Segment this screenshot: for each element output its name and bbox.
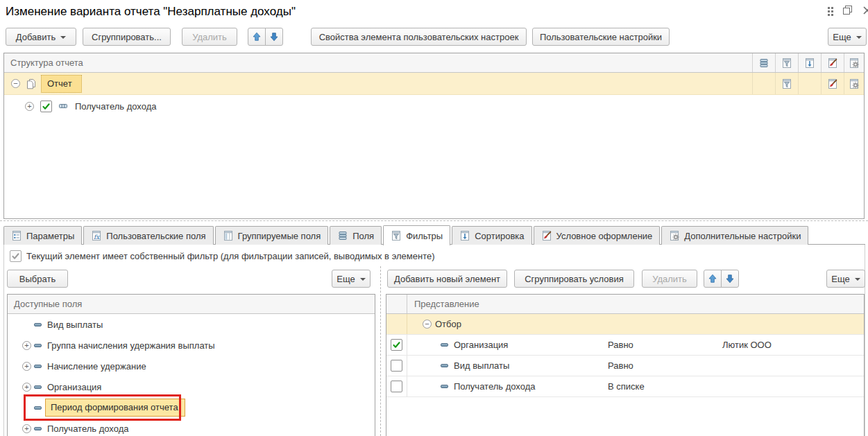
move-down-button[interactable]: [265, 28, 283, 46]
grouped-fields-icon: [752, 53, 775, 72]
delete-condition-button: Удалить: [642, 270, 697, 288]
structure-child-label: Получатель дохода: [75, 101, 156, 112]
condition-row-payment-type[interactable]: Вид выплаты Равно: [386, 356, 864, 376]
structure-panel-title: Структура отчета: [10, 58, 83, 68]
expand-icon[interactable]: [25, 102, 34, 111]
more-vertical-icon[interactable]: [828, 7, 833, 17]
additional-settings-icon: [844, 73, 864, 94]
tab-parameters[interactable]: Параметры: [3, 226, 82, 245]
tab-filters[interactable]: Фильтры: [383, 225, 450, 245]
arrow-down-icon: [269, 31, 280, 42]
expand-icon[interactable]: [22, 383, 31, 392]
close-icon[interactable]: [862, 6, 868, 17]
tab-conditional-appearance[interactable]: Условное оформление: [534, 226, 661, 245]
user-settings-item-properties-button[interactable]: Свойства элемента пользовательских настр…: [311, 28, 527, 46]
fields-icon: [337, 230, 348, 241]
filter-icon: [775, 73, 798, 94]
select-field-button[interactable]: Выбрать: [7, 270, 68, 288]
expand-icon[interactable]: [22, 362, 31, 371]
structure-row-income-recipient[interactable]: Получатель дохода: [4, 95, 864, 117]
add-new-element-button[interactable]: Добавить новый элемент: [387, 270, 507, 288]
check-icon: [42, 102, 51, 111]
toolbar-more-button[interactable]: Еще: [828, 28, 867, 46]
group-button[interactable]: Сгруппировать...: [83, 28, 171, 46]
field-dash-icon: [34, 323, 42, 326]
tab-sorting[interactable]: Сортировка: [452, 226, 531, 245]
move-up-button[interactable]: [248, 28, 266, 46]
grouping-grid-icon: [58, 101, 69, 112]
field-dash-icon: [441, 343, 448, 347]
condition-checkbox[interactable]: [391, 381, 402, 392]
condition-row-income-recipient[interactable]: Получатель дохода В списке: [386, 376, 864, 397]
tab-additional-settings[interactable]: Дополнительные настройки: [661, 226, 808, 245]
own-filter-checkbox: [10, 250, 22, 262]
expand-icon[interactable]: [22, 341, 31, 350]
check-icon: [11, 252, 20, 261]
expand-icon[interactable]: [22, 424, 31, 433]
chevron-down-icon: [856, 36, 862, 39]
condition-value: Лютик ООО: [722, 340, 772, 350]
condition-checkbox[interactable]: [391, 360, 402, 372]
conditions-panel: Представление Отбор Организация Равно Лю…: [386, 294, 865, 436]
delete-button: Удалить: [182, 28, 237, 46]
field-row-accrual-deduction[interactable]: Начисление удержание: [8, 356, 375, 376]
report-doc-icon: [26, 78, 37, 89]
available-fields-panel: Доступные поля Вид выплаты Группа начисл…: [7, 294, 375, 436]
additional-settings-icon: [844, 53, 864, 72]
field-dash-icon: [34, 427, 42, 430]
field-row-report-period[interactable]: Период формирования отчета: [8, 397, 375, 418]
horizontal-splitter[interactable]: [0, 220, 868, 221]
group-row-label: Отбор: [435, 319, 461, 329]
condition-row-organization[interactable]: Организация Равно Лютик ООО: [386, 335, 864, 356]
condition-move-down-button[interactable]: [721, 270, 739, 288]
collapse-icon[interactable]: [423, 320, 432, 329]
field-row-income-recipient[interactable]: Получатель дохода: [8, 418, 375, 436]
structure-report-label[interactable]: Отчет: [41, 75, 82, 93]
highlighted-field-label[interactable]: Период формирования отчета: [45, 399, 185, 417]
group-conditions-button[interactable]: Сгруппировать условия: [514, 270, 634, 288]
additional-settings-icon: [669, 230, 680, 241]
field-dash-icon: [34, 406, 42, 410]
restore-window-icon[interactable]: [843, 6, 853, 17]
arrow-up-icon: [707, 273, 718, 284]
conditional-appearance-icon: [821, 73, 844, 94]
grouping-fields-icon: [223, 230, 234, 241]
row-checkbox[interactable]: [40, 101, 52, 112]
arrow-down-icon: [724, 273, 735, 284]
presentation-header: Представление: [414, 299, 479, 309]
tab-grouping-fields[interactable]: Группируемые поля: [215, 226, 329, 245]
report-structure-panel: Структура отчета Отчет: [3, 53, 865, 219]
user-settings-button[interactable]: Пользовательские настройки: [532, 28, 670, 46]
filter-icon: [775, 53, 798, 72]
field-row-accrual-group[interactable]: Группа начисления удержания выплаты: [8, 335, 375, 356]
field-row-payment-type[interactable]: Вид выплаты: [8, 314, 375, 335]
condition-kind: В списке: [608, 381, 645, 392]
sort-icon: [798, 53, 821, 72]
field-dash-icon: [441, 364, 448, 367]
page-title: Изменение варианта отчета "Незарплатные …: [6, 5, 296, 18]
add-button[interactable]: Добавить: [6, 28, 76, 46]
available-fields-more-button[interactable]: Еще: [332, 270, 371, 288]
check-icon: [392, 340, 401, 349]
collapse-icon[interactable]: [11, 79, 20, 88]
tab-user-fields[interactable]: fx Пользовательские поля: [83, 226, 213, 245]
tab-fields[interactable]: Поля: [330, 226, 382, 245]
conditional-appearance-icon: [541, 230, 552, 241]
conditional-appearance-icon: [821, 53, 844, 72]
field-dash-icon: [34, 365, 42, 368]
own-filter-label: Текущий элемент имеет собственный фильтр…: [26, 251, 435, 261]
condition-checkbox[interactable]: [391, 339, 402, 351]
svg-text:fx: fx: [94, 234, 100, 241]
vertical-splitter[interactable]: [380, 266, 381, 436]
condition-group-row[interactable]: Отбор: [386, 314, 864, 335]
condition-kind: Равно: [608, 340, 633, 350]
arrow-up-icon: [251, 31, 262, 42]
structure-row-report[interactable]: Отчет: [4, 73, 864, 95]
checkbox-column-header: [386, 295, 407, 313]
chevron-down-icon: [360, 278, 366, 281]
conditions-more-button[interactable]: Еще: [826, 270, 865, 288]
chevron-down-icon: [60, 36, 66, 39]
condition-move-up-button[interactable]: [704, 270, 722, 288]
available-fields-header: Доступные поля: [14, 299, 82, 309]
field-row-organization[interactable]: Организация: [8, 376, 375, 397]
